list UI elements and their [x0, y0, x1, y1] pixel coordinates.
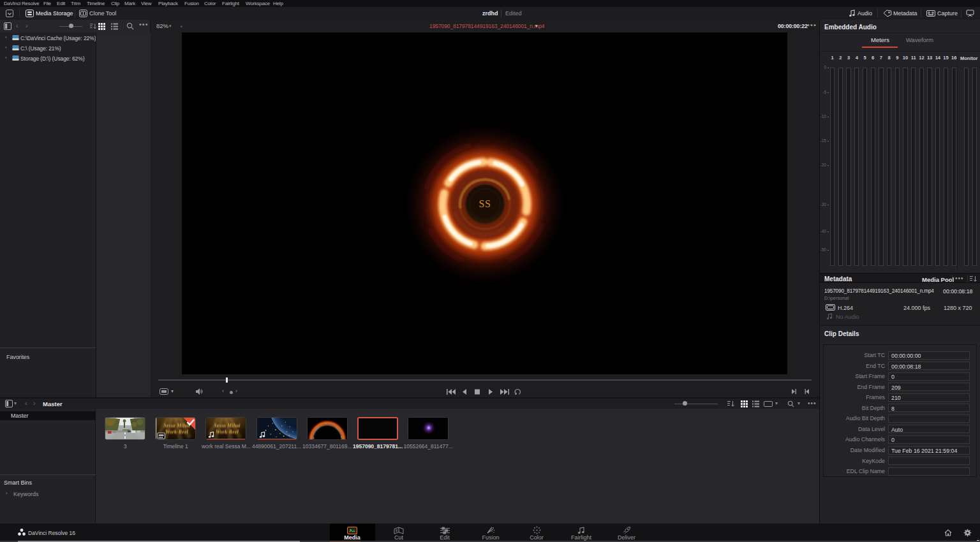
svg-text:Sessa Mihai: Sessa Mihai: [214, 423, 241, 428]
svg-text:Work-Reel: Work-Reel: [216, 429, 239, 435]
svg-text:Work-Reel: Work-Reel: [165, 429, 189, 435]
svg-text:SS: SS: [479, 198, 491, 209]
svg-text:Sessa Mihai: Sessa Mihai: [163, 423, 190, 428]
